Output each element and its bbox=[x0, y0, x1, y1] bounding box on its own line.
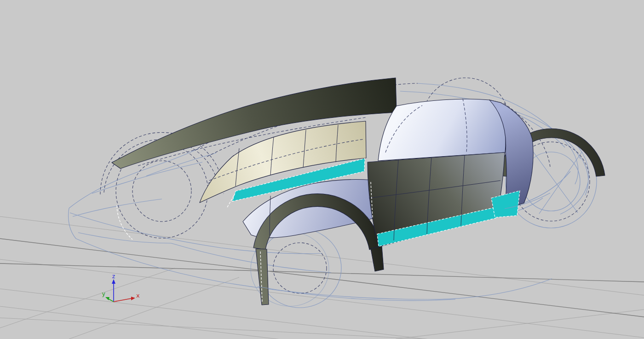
3d-viewport[interactable]: z y x bbox=[0, 0, 644, 339]
greenhouse-surface bbox=[378, 99, 506, 161]
z-axis-label: z bbox=[112, 273, 115, 280]
x-axis-label: x bbox=[136, 292, 140, 299]
y-axis-label: y bbox=[102, 290, 105, 297]
